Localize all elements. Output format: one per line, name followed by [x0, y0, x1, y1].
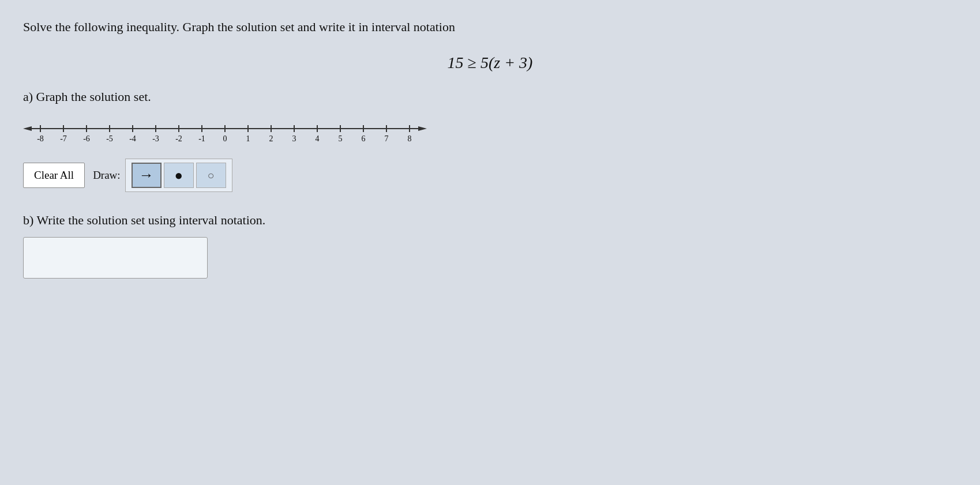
svg-text:3: 3	[292, 134, 296, 143]
svg-text:-6: -6	[83, 134, 90, 143]
svg-text:-1: -1	[198, 134, 205, 143]
open-dot-icon: ○	[208, 169, 215, 182]
part-a-label: a) Graph the solution set.	[23, 89, 957, 104]
svg-text:-2: -2	[175, 134, 182, 143]
svg-text:-3: -3	[152, 134, 159, 143]
svg-text:4: 4	[316, 134, 320, 143]
part-b-label: b) Write the solution set using interval…	[23, 213, 957, 228]
svg-text:2: 2	[269, 134, 273, 143]
svg-text:6: 6	[362, 134, 366, 143]
svg-text:7: 7	[385, 134, 389, 143]
svg-text:-5: -5	[106, 134, 113, 143]
svg-text:-8: -8	[37, 134, 44, 143]
draw-toolbar: Clear All Draw: → ● ○	[23, 159, 957, 192]
problem-instruction: Solve the following inequality. Graph th…	[23, 17, 957, 36]
draw-label: Draw:	[93, 169, 120, 182]
clear-all-button[interactable]: Clear All	[23, 163, 85, 188]
number-line-area: -8 -7 -6 -5 -4 -3 -2 -1 0 1 2 3 4 5 6 7	[23, 116, 427, 145]
filled-dot-icon: ●	[174, 168, 183, 183]
interval-notation-input[interactable]	[23, 237, 208, 279]
svg-text:8: 8	[408, 134, 412, 143]
open-dot-option[interactable]: ○	[196, 163, 226, 188]
number-line-svg: -8 -7 -6 -5 -4 -3 -2 -1 0 1 2 3 4 5 6 7	[23, 116, 427, 145]
svg-text:1: 1	[246, 134, 250, 143]
svg-marker-1	[418, 126, 427, 131]
svg-text:5: 5	[339, 134, 343, 143]
equation-display: 15 ≥ 5(z + 3)	[23, 54, 957, 72]
ray-right-option[interactable]: →	[132, 163, 162, 188]
svg-marker-2	[23, 126, 32, 131]
svg-text:-4: -4	[129, 134, 136, 143]
draw-options-box: → ● ○	[125, 159, 232, 192]
svg-text:0: 0	[223, 134, 227, 143]
filled-dot-option[interactable]: ●	[164, 163, 194, 188]
ray-right-icon: →	[139, 167, 154, 184]
svg-text:-7: -7	[60, 134, 67, 143]
